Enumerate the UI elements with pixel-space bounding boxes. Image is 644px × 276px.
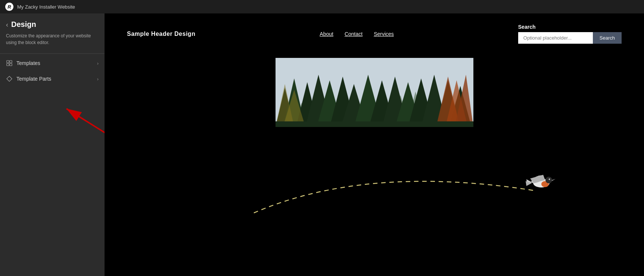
preview-search-area: Search Search — [518, 24, 622, 44]
preview-nav: About Contact Services — [320, 31, 394, 37]
preview-header: Sample Header Design About Contact Servi… — [105, 13, 644, 54]
svg-rect-0 — [7, 61, 9, 63]
sidebar-divider — [0, 53, 105, 54]
nav-about[interactable]: About — [320, 31, 333, 37]
search-input[interactable] — [518, 32, 593, 44]
top-bar: R My Zacky Installer Website — [0, 0, 644, 13]
templates-chevron: › — [97, 61, 99, 66]
forest-image-container — [105, 58, 644, 127]
search-row: Search — [518, 32, 622, 44]
svg-rect-1 — [10, 61, 12, 63]
sidebar-item-template-parts[interactable]: Template Parts › — [0, 71, 105, 87]
sidebar-header: ‹ Design — [0, 13, 105, 32]
site-name: My Zacky Installer Website — [17, 4, 75, 10]
search-label: Search — [518, 24, 622, 30]
nav-contact[interactable]: Contact — [345, 31, 363, 37]
templates-label: Templates — [16, 60, 93, 66]
bird-path-svg — [105, 127, 644, 220]
svg-point-45 — [545, 177, 552, 183]
search-button[interactable]: Search — [593, 32, 622, 44]
sidebar-title: Design — [11, 20, 36, 29]
site-logo: R — [5, 3, 13, 11]
main-layout: ‹ Design Customize the appearance of you… — [0, 13, 644, 276]
sidebar-description: Customize the appearance of your website… — [0, 32, 105, 53]
svg-rect-40 — [276, 121, 473, 127]
svg-marker-46 — [552, 179, 556, 181]
template-parts-label: Template Parts — [16, 76, 93, 82]
sidebar-back-button[interactable]: ‹ — [6, 21, 8, 28]
forest-image — [276, 58, 473, 127]
svg-rect-3 — [10, 63, 12, 66]
svg-marker-4 — [7, 76, 12, 81]
layout-icon — [6, 60, 13, 66]
bird-section — [105, 127, 644, 220]
svg-rect-2 — [7, 63, 9, 66]
template-parts-chevron: › — [97, 76, 99, 82]
preview-site-title: Sample Header Design — [127, 31, 195, 37]
diamond-icon — [6, 75, 13, 82]
content-area: Sample Header Design About Contact Servi… — [105, 13, 644, 276]
sidebar-item-templates[interactable]: Templates › — [0, 55, 105, 71]
sidebar: ‹ Design Customize the appearance of you… — [0, 13, 105, 276]
nav-services[interactable]: Services — [374, 31, 394, 37]
svg-line-6 — [66, 109, 105, 182]
svg-point-48 — [550, 179, 550, 180]
